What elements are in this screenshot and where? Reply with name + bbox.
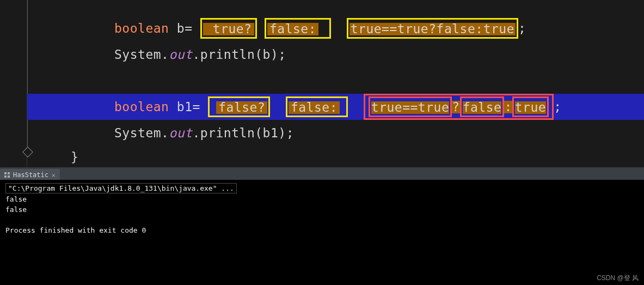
blank-line (27, 68, 644, 94)
keyword-boolean: boolean (114, 22, 169, 35)
console-tabbar[interactable]: HasStatic ✕ (0, 168, 644, 180)
code-line-4[interactable]: System. out .println(b1); (27, 120, 644, 146)
highlight-box-3a: false? (208, 96, 270, 117)
out-field: out (169, 48, 192, 61)
grid-icon (4, 172, 10, 178)
gap (270, 101, 286, 113)
semicolon: ; (518, 22, 526, 35)
command-line: "C:\Program Files\Java\jdk1.8.0_131\bin\… (5, 183, 237, 193)
output-line-2: false (5, 205, 639, 215)
token-true-eq: true==true (371, 101, 449, 114)
token-false-colon: false: (289, 101, 340, 114)
ternary-tail: true==true?false:true (349, 23, 516, 35)
println-call: .println(b); (192, 48, 286, 61)
highlight-inner-b: false (460, 96, 505, 117)
keyword-boolean: boolean (114, 101, 169, 113)
highlight-box-1b: false: (265, 18, 331, 39)
gap (331, 22, 347, 35)
highlight-box-1a: true? (200, 18, 257, 39)
editor-gutter (0, 0, 27, 167)
code-line-2[interactable]: System. out .println(b); (27, 41, 644, 68)
token-true: true (515, 101, 546, 114)
output-line-1: false (5, 195, 639, 205)
exit-line: Process finished with exit code 0 (5, 226, 639, 236)
gap (348, 101, 364, 113)
code-line-1[interactable]: boolean b= true? false: true==true?false… (27, 15, 644, 41)
console-output[interactable]: "C:\Program Files\Java\jdk1.8.0_131\bin\… (0, 180, 644, 239)
code-line-3[interactable]: boolean b1= false? false: true==true ? f… (27, 94, 644, 120)
out-field: out (169, 127, 192, 140)
token-false-colon: false: (267, 23, 318, 35)
code-area[interactable]: boolean b= true? false: true==true?false… (27, 0, 644, 168)
token-false-q: false? (216, 101, 267, 114)
system: System. (114, 127, 169, 140)
gap (257, 22, 265, 35)
watermark: CSDN @登 风 (597, 274, 639, 283)
qmark: ? (452, 101, 459, 113)
semicolon: ; (554, 101, 561, 113)
var-b1: b1= (169, 101, 208, 113)
close-brace: } (71, 151, 78, 163)
close-icon[interactable]: ✕ (52, 172, 56, 179)
tab-label: HasStatic (13, 171, 48, 179)
console-tab[interactable]: HasStatic ✕ (0, 169, 60, 180)
highlight-box-1c: true==true?false:true (347, 18, 518, 39)
token-false: false (463, 101, 502, 114)
system: System. (114, 48, 169, 61)
var-b: b= (169, 22, 200, 35)
close-brace-line: } (27, 146, 644, 168)
highlight-box-3b: false: (286, 96, 348, 117)
highlight-outer-red: true==true ? false : true (364, 94, 554, 120)
highlight-inner-a: true==true (369, 96, 452, 117)
highlight-inner-c: true (512, 96, 549, 117)
colon: : (504, 101, 512, 113)
println-call: .println(b1); (192, 127, 294, 140)
code-editor[interactable]: 💡 boolean b= true? false: true==true?fal… (0, 0, 644, 167)
token-true-q: true? (203, 23, 254, 35)
output-blank (5, 215, 639, 226)
console-panel: HasStatic ✕ "C:\Program Files\Java\jdk1.… (0, 167, 644, 285)
